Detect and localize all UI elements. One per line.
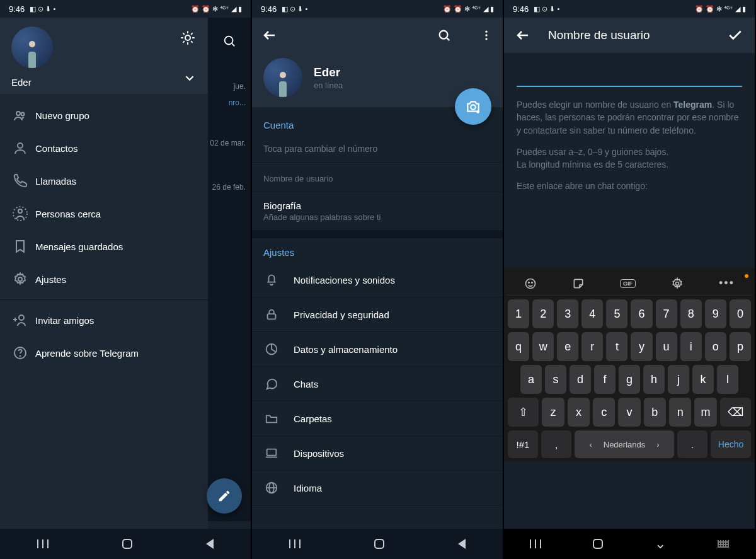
- username-input[interactable]: [517, 64, 742, 87]
- nav-down-icon[interactable]: ⌄: [655, 536, 666, 552]
- nav-home-icon[interactable]: [122, 539, 132, 549]
- key-z[interactable]: z: [542, 398, 564, 427]
- key-6[interactable]: 6: [631, 299, 652, 328]
- key-y[interactable]: y: [631, 332, 652, 361]
- lang-prev-icon[interactable]: ‹: [589, 440, 592, 449]
- key-s[interactable]: s: [545, 365, 566, 394]
- nearby-icon: [13, 206, 35, 221]
- nav-recents-icon[interactable]: [37, 539, 49, 548]
- svg-point-21: [20, 356, 21, 357]
- drawer-item-nearby[interactable]: Personas cerca: [0, 197, 208, 230]
- key-o[interactable]: o: [705, 332, 726, 361]
- drawer-item-contacts[interactable]: Contactos: [0, 132, 208, 164]
- status-bar: 9:46 ◧ ⊙ ⬇ • ⏰ ⏰ ✻ ⁴ᴳ⁺ ◢ ▮: [252, 0, 503, 18]
- nav-recents-icon[interactable]: [289, 539, 301, 548]
- nav-recents-icon[interactable]: [530, 539, 541, 548]
- drawer-item-help[interactable]: Aprende sobre Telegram: [0, 337, 208, 369]
- settings-row-language[interactable]: Idioma: [252, 471, 503, 505]
- key-period[interactable]: .: [677, 430, 707, 458]
- avatar[interactable]: [263, 58, 302, 97]
- overflow-icon[interactable]: [480, 29, 493, 42]
- key-n[interactable]: n: [669, 398, 691, 427]
- settings-row-chats[interactable]: Chats: [252, 367, 503, 401]
- search-icon[interactable]: [208, 34, 251, 61]
- key-w[interactable]: w: [532, 332, 554, 361]
- key-v[interactable]: v: [618, 398, 640, 427]
- key-l[interactable]: l: [717, 365, 738, 394]
- key-j[interactable]: j: [668, 365, 689, 394]
- key-2[interactable]: 2: [532, 299, 554, 328]
- key-i[interactable]: i: [680, 332, 702, 361]
- key-k[interactable]: k: [692, 365, 714, 394]
- drawer-item-invite[interactable]: Invitar amigos: [0, 304, 208, 337]
- compose-fab[interactable]: [207, 478, 242, 514]
- key-x[interactable]: x: [568, 398, 590, 427]
- avatar[interactable]: [11, 26, 53, 68]
- nav-back-icon[interactable]: [206, 539, 214, 549]
- key-done[interactable]: Hecho: [711, 430, 751, 458]
- key-p[interactable]: p: [730, 332, 751, 361]
- drawer-item-calls[interactable]: Llamadas: [0, 164, 208, 197]
- key-space[interactable]: ‹ Nederlands ›: [575, 430, 674, 458]
- key-5[interactable]: 5: [606, 299, 627, 328]
- key-comma[interactable]: ,: [541, 430, 571, 458]
- sticker-icon[interactable]: [572, 277, 585, 290]
- key-9[interactable]: 9: [705, 299, 726, 328]
- key-1[interactable]: 1: [508, 299, 529, 328]
- search-icon[interactable]: [437, 28, 451, 42]
- settings-row-devices[interactable]: Dispositivos: [252, 436, 503, 471]
- key-0[interactable]: 0: [730, 299, 751, 328]
- key-7[interactable]: 7: [656, 299, 677, 328]
- svg-point-41: [532, 282, 533, 283]
- svg-point-14: [18, 209, 22, 213]
- key-d[interactable]: d: [570, 365, 591, 394]
- settings-row-data[interactable]: Datos y almacenamiento: [252, 332, 503, 367]
- row-bio[interactable]: Biografía Añade algunas palabras sobre t…: [252, 192, 503, 231]
- settings-row-folders[interactable]: Carpetas: [252, 401, 503, 436]
- gif-icon[interactable]: GIF: [620, 279, 636, 288]
- svg-point-27: [485, 38, 487, 40]
- settings-row-privacy[interactable]: Privacidad y seguridad: [252, 297, 503, 332]
- confirm-icon[interactable]: [727, 27, 743, 43]
- key-u[interactable]: u: [656, 332, 677, 361]
- back-icon[interactable]: [262, 28, 277, 43]
- key-b[interactable]: b: [644, 398, 666, 427]
- key-shift[interactable]: ⇧: [508, 398, 539, 427]
- nav-back-icon[interactable]: [458, 539, 466, 549]
- key-m[interactable]: m: [694, 398, 716, 427]
- key-backspace[interactable]: ⌫: [720, 398, 751, 427]
- row-username[interactable]: Nombre de usuario: [252, 163, 503, 192]
- key-g[interactable]: g: [619, 365, 640, 394]
- key-r[interactable]: r: [581, 332, 603, 361]
- drawer-item-saved[interactable]: Mensajes guardados: [0, 230, 208, 263]
- key-c[interactable]: c: [593, 398, 615, 427]
- keyboard-more-icon[interactable]: •••: [719, 277, 735, 290]
- key-f[interactable]: f: [594, 365, 616, 394]
- row-phone[interactable]: Toca para cambiar el número: [252, 135, 503, 163]
- nav-home-icon[interactable]: [374, 539, 384, 549]
- key-t[interactable]: t: [606, 332, 627, 361]
- settings-row-notifications[interactable]: Notificaciones y sonidos: [252, 263, 503, 297]
- key-h[interactable]: h: [643, 365, 665, 394]
- drawer-item-settings[interactable]: Ajustes: [0, 263, 208, 296]
- soft-keyboard: GIF ••• 1234567890 qwertyuiop asdfghjkl …: [504, 268, 755, 462]
- key-3[interactable]: 3: [557, 299, 578, 328]
- camera-fab[interactable]: [455, 88, 491, 125]
- lang-next-icon[interactable]: ›: [656, 440, 659, 449]
- nav-keyboard-icon[interactable]: [718, 540, 729, 548]
- chevron-down-icon[interactable]: [183, 71, 197, 85]
- key-a[interactable]: a: [520, 365, 542, 394]
- page-title: Nombre de usuario: [548, 28, 650, 42]
- key-4[interactable]: 4: [581, 299, 603, 328]
- emoji-icon[interactable]: [524, 277, 537, 290]
- status-bar: 9:46 ◧ ⊙ ⬇ • ⏰ ⏰ ✻ ⁴ᴳ⁺ ◢ ▮: [504, 0, 755, 18]
- key-e[interactable]: e: [557, 332, 578, 361]
- key-8[interactable]: 8: [680, 299, 702, 328]
- keyboard-settings-icon[interactable]: [671, 277, 684, 290]
- key-symbols[interactable]: !#1: [508, 430, 538, 458]
- drawer-item-new-group[interactable]: Nuevo grupo: [0, 99, 208, 132]
- nav-home-icon[interactable]: [593, 539, 603, 549]
- back-icon[interactable]: [515, 28, 530, 43]
- theme-toggle-icon[interactable]: [180, 30, 195, 45]
- key-q[interactable]: q: [508, 332, 529, 361]
